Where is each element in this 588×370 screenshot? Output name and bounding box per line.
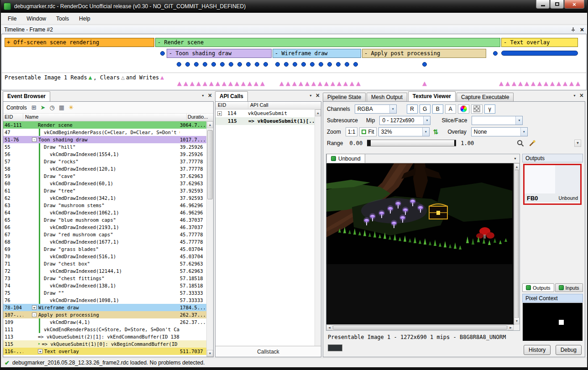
- range-slider[interactable]: [367, 140, 456, 146]
- column-eid[interactable]: EID: [215, 102, 248, 109]
- write-marker-icon[interactable]: ▲: [254, 80, 258, 86]
- write-marker-icon[interactable]: ▲: [241, 80, 246, 86]
- expand-icon[interactable]: +: [38, 349, 42, 354]
- write-marker-icon[interactable]: ▲: [422, 80, 427, 86]
- event-row[interactable]: 76vkCmdDrawIndexed(1098,1)57.33333: [3, 297, 206, 304]
- write-marker-icon[interactable]: ▲: [292, 80, 297, 86]
- timeline-block[interactable]: - Apply post processing: [362, 49, 486, 58]
- close-button[interactable]: ×: [564, 0, 584, 9]
- event-row[interactable]: 66vkCmdDrawIndexed(2193,1)46.37037: [3, 224, 206, 231]
- draw-event-dot[interactable]: [263, 62, 268, 67]
- panel-close-icon[interactable]: ×: [316, 93, 320, 98]
- api-call-row[interactable]: 115=> vkQueueSubmit(1)[...: [215, 117, 315, 125]
- draw-event-dot[interactable]: [319, 62, 323, 67]
- write-marker-icon[interactable]: ▲: [518, 80, 523, 86]
- blue-channel-button[interactable]: B: [432, 104, 443, 114]
- maximize-button[interactable]: [550, 0, 564, 9]
- panel-menu-chevron-icon[interactable]: ▼: [201, 94, 205, 97]
- bookmark-icon[interactable]: ✳: [68, 104, 74, 110]
- alpha-channel-button[interactable]: A: [445, 104, 456, 114]
- write-marker-icon[interactable]: ▲: [299, 80, 303, 86]
- event-row[interactable]: 75Draw ""57.33333: [3, 289, 206, 297]
- callstack-section[interactable]: Callstack: [215, 346, 321, 357]
- column-duration[interactable]: Duratio...: [187, 114, 213, 121]
- tab-texture-viewer[interactable]: Texture Viewer: [408, 91, 456, 101]
- show-timings-icon[interactable]: ◷: [50, 104, 55, 110]
- draw-event-dot[interactable]: [284, 62, 289, 67]
- menu-item-tools[interactable]: Tools: [51, 14, 74, 24]
- event-row[interactable]: 71Draw "chest box"57.62963: [3, 260, 206, 267]
- write-marker-icon[interactable]: ▲: [576, 80, 580, 86]
- write-marker-icon[interactable]: ▲: [318, 80, 322, 86]
- event-row[interactable]: 68vkCmdDrawIndexed(1677,1)45.77778: [3, 238, 206, 245]
- write-marker-icon[interactable]: ▲: [331, 80, 335, 86]
- event-row[interactable]: 109vkCmdDraw(4,1)262.37...: [3, 318, 206, 326]
- timeline-block[interactable]: + Off-screen scene rendering: [5, 38, 154, 47]
- tab-mesh-output[interactable]: Mesh Output: [367, 93, 407, 101]
- event-row[interactable]: 57Draw "rocks"37.77778: [3, 158, 206, 165]
- channels-select[interactable]: RGBA ▼: [355, 104, 397, 114]
- write-marker-icon[interactable]: ▲: [544, 80, 548, 86]
- api-call-row[interactable]: +114vkQueueSubmit: [215, 109, 315, 117]
- range-min-handle[interactable]: [367, 140, 371, 146]
- event-row[interactable]: 111vkCmdEndRenderPass(C=Store, D=Store, …: [3, 326, 206, 333]
- draw-event-dot[interactable]: [345, 62, 349, 67]
- event-row[interactable]: 65Draw "blue mushroom caps"46.37037: [3, 216, 206, 224]
- draw-event-dot[interactable]: [353, 62, 358, 67]
- event-row[interactable]: 63Draw "mushroom stems"46.96296: [3, 202, 206, 209]
- draw-event-dot[interactable]: [255, 62, 259, 67]
- overlay-select[interactable]: None ▼: [471, 127, 528, 136]
- range-max-handle[interactable]: [454, 140, 456, 146]
- write-marker-icon[interactable]: ▲: [563, 80, 567, 86]
- gamma-button[interactable]: γ: [484, 104, 495, 114]
- event-row[interactable]: 56vkCmdDrawIndexed(1554,1)39.25926: [3, 151, 206, 158]
- event-row[interactable]: 61Draw "tree"37.92593: [3, 187, 206, 194]
- write-marker-icon[interactable]: ▲: [356, 80, 361, 86]
- draw-event-dot[interactable]: [237, 62, 242, 67]
- draw-event-dot[interactable]: [177, 62, 181, 67]
- checkerboard-background-button[interactable]: [471, 104, 483, 114]
- green-channel-button[interactable]: G: [420, 104, 430, 114]
- timeline-canvas[interactable]: Presentable Image 1 Reads ▲ , Clears △ a…: [1, 34, 587, 90]
- event-row[interactable]: 58vkCmdDrawIndexed(120,1)37.77778: [3, 165, 206, 172]
- write-marker-icon[interactable]: ▲: [531, 80, 536, 86]
- red-channel-button[interactable]: R: [407, 104, 418, 114]
- tab-api-calls[interactable]: API Calls: [215, 91, 248, 101]
- draw-event-dot[interactable]: [194, 62, 199, 67]
- event-row[interactable]: 78-104+Wireframe draw1784.5...: [3, 304, 206, 311]
- menu-item-window[interactable]: Window: [21, 14, 51, 24]
- timeline-block[interactable]: - Toon shading draw: [167, 49, 272, 58]
- api-table-header[interactable]: EID API Call: [215, 102, 321, 109]
- write-marker-icon[interactable]: ▲: [311, 80, 316, 86]
- write-marker-icon[interactable]: ▲: [235, 80, 239, 86]
- find-icon[interactable]: ⊞: [31, 104, 37, 110]
- write-marker-icon[interactable]: ▲: [215, 80, 220, 86]
- scroll-up-icon[interactable]: ▲: [207, 121, 213, 128]
- api-calls-scrollbar[interactable]: ▲ ▼: [315, 109, 321, 357]
- minimize-button[interactable]: [536, 0, 550, 9]
- draw-event-dot[interactable]: [229, 62, 233, 67]
- zoom-fit-button[interactable]: Fit: [359, 127, 376, 136]
- write-marker-icon[interactable]: ▲: [279, 80, 284, 86]
- draw-event-dot[interactable]: [310, 62, 315, 67]
- scroll-right-icon[interactable]: ▶: [508, 325, 514, 330]
- menu-item-help[interactable]: Help: [74, 14, 95, 24]
- texture-hscrollbar[interactable]: ◀ ▶: [326, 324, 514, 330]
- scroll-down-icon[interactable]: ▼: [207, 350, 213, 357]
- scroll-thumb[interactable]: [514, 170, 519, 318]
- event-row[interactable]: 73Draw "chest fittings"57.18518: [3, 275, 206, 282]
- title-bar[interactable]: debugmarker.rdc - RenderDoc Unofficial r…: [0, 0, 588, 13]
- event-row[interactable]: 46-111Render scene3064.7...: [3, 121, 206, 129]
- scroll-thumb[interactable]: [207, 130, 213, 199]
- timeline-block[interactable]: - Wireframe draw: [273, 49, 361, 58]
- panel-close-icon[interactable]: ×: [580, 93, 583, 98]
- event-table-header[interactable]: EID Name Duratio...: [3, 114, 213, 121]
- draw-event-dot[interactable]: [493, 51, 498, 56]
- event-row[interactable]: 60vkCmdDrawIndexed(60,1)37.62963: [3, 180, 206, 187]
- event-row[interactable]: 55Draw "hill"39.25926: [3, 143, 206, 151]
- tab-pipeline-state[interactable]: Pipeline State: [323, 93, 366, 101]
- autofit-wand-icon[interactable]: [529, 140, 536, 147]
- write-marker-icon[interactable]: ▲: [569, 80, 574, 86]
- event-row[interactable]: 116-...+Text overlay511.7037: [3, 348, 206, 355]
- goto-eid-icon[interactable]: ➤: [41, 104, 46, 110]
